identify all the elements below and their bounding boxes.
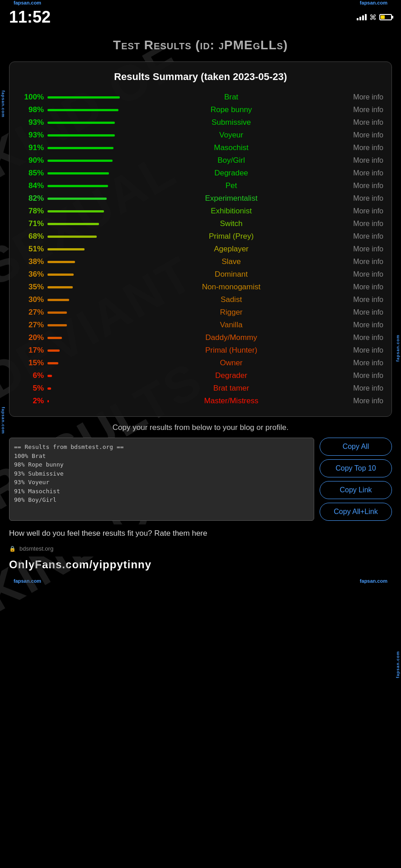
copy-top10-button[interactable]: Copy Top 10 xyxy=(320,459,392,477)
bottom-footer: 🔒 bdsmtest.org xyxy=(0,542,401,557)
fapsan-bottom-right: fapsan.com xyxy=(360,578,387,584)
more-info-button[interactable]: More info xyxy=(338,283,383,291)
more-info-button[interactable]: More info xyxy=(338,334,383,342)
copy-link-button[interactable]: Copy Link xyxy=(320,481,392,499)
result-label: Pet xyxy=(128,181,335,190)
more-info-button[interactable]: More info xyxy=(338,194,383,203)
result-percent: 78% xyxy=(18,207,44,216)
result-row: 85%DegradeeMore info xyxy=(14,167,387,179)
more-info-button[interactable]: More info xyxy=(338,372,383,380)
result-row: 30%SadistMore info xyxy=(14,293,387,306)
result-bar-container xyxy=(47,198,124,200)
result-bar xyxy=(47,400,49,402)
result-row: 27%VanillaMore info xyxy=(14,319,387,331)
result-bar xyxy=(47,311,67,314)
result-label: Degrader xyxy=(128,371,335,380)
result-row: 91%MasochistMore info xyxy=(14,142,387,154)
fapsan-side-left-2: fapsan.com xyxy=(1,407,5,678)
more-info-button[interactable]: More info xyxy=(338,106,383,114)
result-row: 93%VoyeurMore info xyxy=(14,129,387,142)
more-info-button[interactable]: More info xyxy=(338,93,383,101)
more-info-button[interactable]: More info xyxy=(338,156,383,165)
result-label: Primal (Hunter) xyxy=(128,346,335,355)
result-bar xyxy=(47,375,52,377)
result-percent: 2% xyxy=(18,396,44,406)
more-info-button[interactable]: More info xyxy=(338,169,383,177)
result-label: Switch xyxy=(128,219,335,228)
result-percent: 30% xyxy=(18,295,44,304)
result-percent: 27% xyxy=(18,308,44,317)
page-title: Test Results (id: jPMEgLLs) xyxy=(5,38,396,52)
result-bar-container xyxy=(47,286,124,288)
more-info-button[interactable]: More info xyxy=(338,321,383,329)
result-row: 36%DominantMore info xyxy=(14,268,387,281)
copy-all-button[interactable]: Copy All xyxy=(320,438,392,456)
result-label: Ageplayer xyxy=(128,245,335,254)
more-info-button[interactable]: More info xyxy=(338,245,383,253)
more-info-button[interactable]: More info xyxy=(338,182,383,190)
status-bar: 11:52 ⌘ xyxy=(0,5,401,29)
status-icons: ⌘ xyxy=(357,13,392,22)
result-bar-container xyxy=(47,223,124,225)
more-info-button[interactable]: More info xyxy=(338,258,383,266)
result-bar-container xyxy=(47,274,124,276)
result-row: 35%Non-monogamistMore info xyxy=(14,281,387,293)
more-info-button[interactable]: More info xyxy=(338,131,383,139)
more-info-button[interactable]: More info xyxy=(338,118,383,127)
more-info-button[interactable]: More info xyxy=(338,384,383,392)
result-row: 38%SlaveMore info xyxy=(14,255,387,268)
result-percent: 27% xyxy=(18,321,44,330)
result-label: Primal (Prey) xyxy=(128,232,335,241)
result-row: 5%Brat tamerMore info xyxy=(14,382,387,395)
result-row: 82%ExperimentalistMore info xyxy=(14,192,387,205)
more-info-button[interactable]: More info xyxy=(338,270,383,278)
result-row: 51%AgeplayerMore info xyxy=(14,243,387,255)
footer-domain: bdsmtest.org xyxy=(19,545,53,552)
result-percent: 68% xyxy=(18,232,44,241)
copy-instruction: Copy your results from below to your blo… xyxy=(9,423,392,432)
battery-fill xyxy=(381,15,385,19)
status-time: 11:52 xyxy=(9,9,51,25)
result-row: 20%Daddy/MommyMore info xyxy=(14,331,387,344)
fapsan-side-left: fapsan.com xyxy=(1,90,5,362)
result-bar-container xyxy=(47,210,124,212)
result-bar xyxy=(47,324,67,326)
result-bar xyxy=(47,96,120,99)
results-summary-title: Results Summary (taken 2023-05-23) xyxy=(14,71,387,83)
fapsan-bottom-left: fapsan.com xyxy=(14,578,41,584)
more-info-button[interactable]: More info xyxy=(338,144,383,152)
result-percent: 93% xyxy=(18,118,44,127)
result-bar xyxy=(47,261,75,263)
fapsan-side-right: fapsan.com xyxy=(396,90,400,362)
result-bar-container xyxy=(47,185,124,187)
lock-icon: 🔒 xyxy=(9,546,16,552)
more-info-button[interactable]: More info xyxy=(338,296,383,304)
page-title-section: Test Results (id: jPMEgLLs) xyxy=(0,29,401,57)
result-row: 78%ExhibitionistMore info xyxy=(14,205,387,217)
result-row: 15%OwnerMore info xyxy=(14,357,387,369)
more-info-button[interactable]: More info xyxy=(338,346,383,354)
result-bar xyxy=(47,147,113,149)
more-info-button[interactable]: More info xyxy=(338,308,383,316)
result-label: Dominant xyxy=(128,270,335,279)
signal-bar-1 xyxy=(357,18,359,20)
result-bar-container xyxy=(47,311,124,314)
result-bar xyxy=(47,185,108,187)
more-info-button[interactable]: More info xyxy=(338,220,383,228)
result-label: Masochist xyxy=(128,143,335,152)
more-info-button[interactable]: More info xyxy=(338,232,383,241)
result-bar xyxy=(47,172,109,175)
signal-bar-4 xyxy=(365,14,367,20)
result-row: 98%Rope bunnyMore info xyxy=(14,104,387,116)
more-info-button[interactable]: More info xyxy=(338,359,383,367)
more-info-button[interactable]: More info xyxy=(338,207,383,215)
status-bar-right: ⌘ xyxy=(357,13,392,22)
result-percent: 36% xyxy=(18,270,44,279)
result-bar-container xyxy=(47,172,124,175)
result-percent: 17% xyxy=(18,346,44,355)
result-label: Owner xyxy=(128,359,335,368)
result-bar-container xyxy=(47,248,124,250)
more-info-button[interactable]: More info xyxy=(338,397,383,405)
copy-textarea[interactable] xyxy=(9,438,314,521)
copy-all-link-button[interactable]: Copy All+Link xyxy=(320,503,392,521)
